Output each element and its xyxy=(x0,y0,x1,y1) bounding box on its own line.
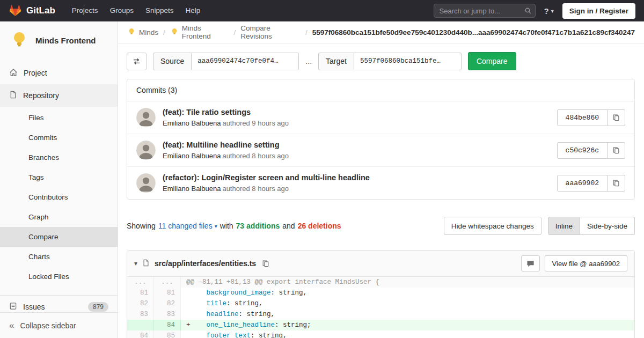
old-line-number[interactable]: 82 xyxy=(127,298,154,309)
changed-files-count: 11 changed files xyxy=(158,222,213,230)
commit-title[interactable]: (refactor): Login/Register screen and mu… xyxy=(163,173,370,182)
view-file-button[interactable]: View file @ aaa69902 xyxy=(545,255,627,271)
issues-icon xyxy=(9,302,17,312)
comment-bubble-icon xyxy=(526,260,535,268)
sign-in-button[interactable]: Sign in / Register xyxy=(562,3,635,19)
new-line-number[interactable]: 82 xyxy=(154,298,181,309)
new-line-number[interactable]: 84 xyxy=(154,320,181,330)
copy-file-path-button[interactable] xyxy=(261,259,270,268)
collapse-diff-icon[interactable]: ▾ xyxy=(134,260,137,267)
range-ellipsis: ... xyxy=(305,57,312,65)
commit-sha-group: aaa69902 xyxy=(557,175,625,192)
search-input[interactable] xyxy=(434,4,536,18)
old-line-number[interactable]: 81 xyxy=(127,288,154,298)
old-line-number[interactable] xyxy=(127,320,154,330)
breadcrumb-current-sha-range: 5597f06860bca151bfe50d9ee759c401230d440b… xyxy=(312,28,635,36)
sidebar-item-compare[interactable]: Compare xyxy=(0,227,118,247)
diff-code-line: title: string, xyxy=(181,298,634,309)
commit-info: (feat): Multiline headline setting Emili… xyxy=(163,141,289,160)
breadcrumb-label: Minds xyxy=(139,28,158,36)
diff-line: 81 81 background_image: string, xyxy=(127,288,634,298)
sidebar-item-project[interactable]: Project xyxy=(0,62,118,84)
breadcrumb-label: Minds Frontend xyxy=(182,24,229,40)
diff-file-header: ▾ src/app/interfaces/entities.ts xyxy=(127,251,634,277)
diff-line: 82 82 title: string, xyxy=(127,298,634,309)
sidebar-item-tags[interactable]: Tags xyxy=(0,167,118,187)
nav-snippets[interactable]: Snippets xyxy=(140,0,180,21)
old-line-number[interactable]: 83 xyxy=(127,309,154,320)
breadcrumb-separator: / xyxy=(163,28,165,36)
minds-group-icon xyxy=(127,27,136,38)
diff-indent xyxy=(191,300,207,307)
code-property: title xyxy=(207,300,227,307)
author-avatar[interactable] xyxy=(136,173,156,193)
new-line-number[interactable]: 81 xyxy=(154,288,181,298)
commit-info: (feat): Tile ratio settings Emiliano Bal… xyxy=(163,108,289,127)
author-avatar[interactable] xyxy=(136,108,156,127)
new-line-number[interactable]: ... xyxy=(154,277,181,288)
chevron-down-icon: ▾ xyxy=(215,223,217,229)
sidebar-item-branches[interactable]: Branches xyxy=(0,148,118,167)
diff-file-path[interactable]: src/app/interfaces/entities.ts xyxy=(155,259,256,268)
swap-revisions-button[interactable] xyxy=(127,53,147,70)
sidebar-item-contributors[interactable]: Contributors xyxy=(0,187,118,207)
issues-count-badge: 879 xyxy=(88,302,108,312)
project-header[interactable]: Minds Frontend xyxy=(0,21,118,57)
sidebar-item-label: Issues xyxy=(23,303,45,311)
sidebar-item-commits[interactable]: Commits xyxy=(0,128,118,148)
project-sidebar: Minds Frontend Project Repository Files … xyxy=(0,21,118,338)
sidebar-item-files[interactable]: Files xyxy=(0,108,118,128)
comment-on-file-button[interactable] xyxy=(521,255,540,271)
old-line-number[interactable]: 84 xyxy=(127,330,154,338)
global-search xyxy=(434,4,536,18)
nav-projects[interactable]: Projects xyxy=(66,0,104,21)
copy-sha-button[interactable] xyxy=(608,109,625,126)
commit-author[interactable]: Emiliano Balbuena xyxy=(163,119,221,127)
nav-help[interactable]: Help xyxy=(179,0,206,21)
copy-sha-button[interactable] xyxy=(608,175,625,192)
commit-sha[interactable]: aaa69902 xyxy=(557,175,608,192)
breadcrumb-compare-revisions[interactable]: Compare Revisions xyxy=(240,24,301,40)
source-label: Source xyxy=(153,53,192,70)
commit-author[interactable]: Emiliano Balbuena xyxy=(163,185,221,193)
commit-title[interactable]: (feat): Tile ratio settings xyxy=(163,108,289,116)
repository-submenu: Files Commits Branches Tags Contributors… xyxy=(0,107,118,289)
collapse-sidebar-button[interactable]: « Collapse sidebar xyxy=(0,312,118,338)
gitlab-home-link[interactable]: GitLab xyxy=(9,4,55,18)
sidebar-item-graph[interactable]: Graph xyxy=(0,207,118,227)
changed-files-dropdown[interactable]: 11 changed files ▾ xyxy=(158,222,217,230)
nav-groups[interactable]: Groups xyxy=(104,0,140,21)
commit-sha[interactable]: c50c926c xyxy=(557,142,608,159)
target-revision-input[interactable] xyxy=(354,53,462,70)
diff-sign xyxy=(186,311,191,318)
source-revision-input[interactable] xyxy=(192,53,299,70)
author-avatar[interactable] xyxy=(136,141,156,160)
commit-sha[interactable]: 484be860 xyxy=(557,109,608,126)
new-line-number[interactable]: 85 xyxy=(154,330,181,338)
old-line-number[interactable]: ... xyxy=(127,277,154,288)
breadcrumb-minds-frontend[interactable]: Minds Frontend xyxy=(170,24,229,40)
new-line-number[interactable]: 83 xyxy=(154,309,181,320)
inline-view-button[interactable]: Inline xyxy=(548,217,580,235)
clipboard-icon xyxy=(612,114,620,121)
hide-whitespace-button[interactable]: Hide whitespace changes xyxy=(444,217,541,235)
side-by-side-view-button[interactable]: Side-by-side xyxy=(580,217,635,235)
diff-table: ... ... @@ -81,11 +81,13 @@ export inter… xyxy=(127,277,634,338)
commit-title[interactable]: (feat): Multiline headline setting xyxy=(163,141,289,149)
copy-sha-button[interactable] xyxy=(608,142,625,159)
sidebar-item-label: Project xyxy=(24,69,47,77)
breadcrumb: Minds / Minds Frontend / Compare Revisio… xyxy=(118,21,644,43)
sidebar-item-charts[interactable]: Charts xyxy=(0,247,118,267)
help-dropdown[interactable]: ? ▾ xyxy=(544,6,554,16)
commit-author[interactable]: Emiliano Balbuena xyxy=(163,152,221,160)
code-rest: : string, xyxy=(239,311,275,318)
diff-sign xyxy=(186,289,191,297)
diff-line-meta: ... ... @@ -81,11 +81,13 @@ export inter… xyxy=(127,277,634,288)
sidebar-item-locked-files[interactable]: Locked Files xyxy=(0,267,118,286)
compare-button[interactable]: Compare xyxy=(468,52,516,70)
commit-row: (feat): Multiline headline setting Emili… xyxy=(127,134,634,166)
sidebar-item-repository[interactable]: Repository xyxy=(0,84,118,107)
home-icon xyxy=(9,68,18,78)
navbar-left: GitLab Projects Groups Snippets Help xyxy=(9,0,206,21)
breadcrumb-minds[interactable]: Minds xyxy=(127,27,158,38)
